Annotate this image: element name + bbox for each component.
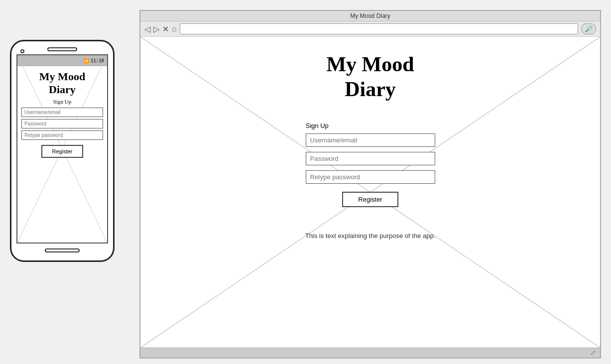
browser-window-title: My Mood Diary xyxy=(350,12,390,19)
phone-top-bar xyxy=(16,47,108,51)
search-button[interactable]: 🔎 xyxy=(581,23,596,34)
phone-frame: 📶 11:18 My Mood Diary Sign Up Register xyxy=(10,40,115,262)
browser-mockup: My Mood Diary ◁ ▷ ✕ ⌂ 🔎 My Mood Diary Si… xyxy=(139,10,601,359)
browser-signup-label: Sign Up xyxy=(306,122,329,129)
search-icon: 🔎 xyxy=(585,25,593,33)
wifi-icon: 📶 xyxy=(83,58,89,63)
phone-register-button[interactable]: Register xyxy=(41,145,84,158)
phone-speaker xyxy=(47,47,77,51)
browser-title-bar: My Mood Diary xyxy=(140,11,600,21)
phone-signup-label: Sign Up xyxy=(21,99,103,105)
phone-screen: 📶 11:18 My Mood Diary Sign Up Register xyxy=(16,54,108,243)
phone-bottom xyxy=(16,243,108,254)
footer-resize-icon: ⤢ xyxy=(590,349,596,357)
desktop-retype-input[interactable] xyxy=(306,170,435,184)
desktop-register-button[interactable]: Register xyxy=(342,192,398,207)
browser-content: My Mood Diary Sign Up Register This is t… xyxy=(140,37,600,348)
phone-camera xyxy=(20,49,24,53)
phone-app-title: My Mood Diary xyxy=(21,70,103,97)
phone-home-bar xyxy=(45,248,80,252)
status-time: 11:18 xyxy=(91,58,104,63)
back-icon[interactable]: ◁ xyxy=(144,24,150,34)
browser-footer: ⤢ xyxy=(140,348,600,358)
phone-status-bar: 📶 11:18 xyxy=(17,55,107,66)
browser-inner-content: My Mood Diary Sign Up Register This is t… xyxy=(140,37,600,249)
phone-password-input[interactable] xyxy=(21,119,103,128)
phone-screen-content: My Mood Diary Sign Up Register xyxy=(17,66,107,162)
address-bar[interactable] xyxy=(180,23,578,34)
forward-icon[interactable]: ▷ xyxy=(153,24,159,34)
browser-signup-section: Sign Up Register xyxy=(306,122,435,207)
desktop-password-input[interactable] xyxy=(306,152,435,165)
phone-retype-input[interactable] xyxy=(21,130,103,140)
close-icon[interactable]: ✕ xyxy=(162,24,169,34)
home-icon[interactable]: ⌂ xyxy=(172,24,177,33)
desktop-username-input[interactable] xyxy=(306,133,435,147)
browser-app-title: My Mood Diary xyxy=(326,52,414,102)
browser-toolbar: ◁ ▷ ✕ ⌂ 🔎 xyxy=(140,21,600,37)
phone-mockup: 📶 11:18 My Mood Diary Sign Up Register xyxy=(10,40,124,262)
browser-description: This is text explaining the purpose of t… xyxy=(305,232,436,240)
phone-username-input[interactable] xyxy=(21,108,103,117)
